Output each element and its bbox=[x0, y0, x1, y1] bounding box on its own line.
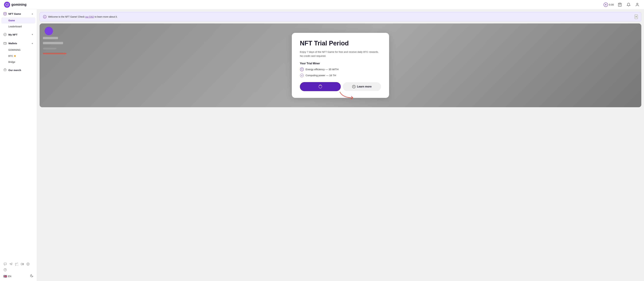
banner-close-button[interactable]: ✕ bbox=[634, 14, 638, 19]
nft-game-label: NFT Game bbox=[8, 12, 21, 15]
theme-toggle[interactable] bbox=[30, 274, 33, 278]
svg-point-21 bbox=[354, 87, 354, 87]
svg-point-10 bbox=[21, 263, 22, 265]
energy-stat: Energy efficiency — 35 W/TH bbox=[300, 67, 381, 71]
social-icons-row bbox=[3, 262, 33, 272]
wallets-icon bbox=[3, 41, 7, 45]
arrow-container bbox=[338, 90, 358, 101]
miner-section-title: Your Trial Miner bbox=[300, 62, 381, 65]
app-header: gomining 0.00 bbox=[0, 0, 644, 9]
medium-icon[interactable] bbox=[20, 262, 24, 266]
btc-wallet-label: BTC bbox=[8, 55, 13, 57]
bg-circle-decoration bbox=[44, 27, 53, 35]
sidebar-item-btc[interactable]: BTC bbox=[0, 53, 37, 59]
bell-icon bbox=[626, 3, 630, 7]
sidebar-item-wallets[interactable]: Wallets ▲ bbox=[0, 39, 37, 47]
sidebar-section-nft-game: NFT Game ▲ Game Leaderboard bbox=[0, 9, 37, 30]
chat-icon[interactable] bbox=[3, 262, 7, 266]
my-nft-chevron: ▼ bbox=[31, 33, 33, 36]
sidebar-section-merch: Our merch bbox=[0, 66, 37, 74]
bg-card-1 bbox=[43, 37, 58, 39]
my-nft-icon bbox=[3, 33, 7, 36]
telegram-icon[interactable] bbox=[9, 262, 13, 266]
gomining-wallet-label: GOMINING bbox=[8, 49, 20, 51]
loading-spinner bbox=[318, 85, 322, 88]
svg-point-15 bbox=[5, 271, 5, 271]
sidebar-item-nft-game[interactable]: NFT Game ▲ bbox=[0, 10, 37, 17]
wallets-label: Wallets bbox=[8, 42, 17, 45]
banner-text-after: to learn more about it. bbox=[94, 15, 118, 18]
notification-button[interactable] bbox=[626, 2, 631, 7]
game-label: Game bbox=[8, 19, 15, 22]
lang-theme-row: 🇬🇧 EN bbox=[3, 274, 33, 278]
bg-card-2 bbox=[43, 42, 63, 44]
modal-description: Enjoy 7 days of the NFT Game for free an… bbox=[300, 50, 381, 58]
profile-button[interactable] bbox=[634, 2, 640, 7]
bridge-label: Bridge bbox=[8, 61, 15, 63]
svg-point-0 bbox=[4, 2, 10, 8]
nft-game-icon bbox=[3, 12, 7, 15]
merch-icon bbox=[3, 68, 7, 72]
svg-point-3 bbox=[636, 3, 638, 4]
sidebar-section-wallets: Wallets ▲ GOMINING BTC Bridge bbox=[0, 39, 37, 66]
trial-modal-card: NFT Trial Period Enjoy 7 days of the NFT… bbox=[292, 33, 389, 98]
flag-icon: 🇬🇧 bbox=[3, 275, 7, 278]
twitter-icon[interactable] bbox=[15, 262, 18, 266]
language-selector[interactable]: 🇬🇧 EN bbox=[3, 275, 11, 278]
start-trial-button[interactable] bbox=[300, 82, 341, 91]
header-right: 0.00 bbox=[604, 2, 640, 7]
red-arrow bbox=[338, 90, 358, 100]
svg-rect-4 bbox=[4, 12, 6, 15]
help-icon[interactable] bbox=[3, 268, 7, 272]
balance-icon bbox=[604, 2, 608, 7]
gomining-social-icon[interactable] bbox=[26, 262, 30, 266]
bag-icon bbox=[618, 3, 622, 7]
info-icon bbox=[43, 15, 46, 18]
bg-progress-bar bbox=[43, 53, 66, 54]
nft-game-chevron: ▲ bbox=[31, 12, 33, 15]
sidebar-item-leaderboard[interactable]: Leaderboard bbox=[0, 23, 37, 29]
learn-more-button[interactable]: Learn more bbox=[343, 82, 381, 91]
energy-stat-label: Energy efficiency — 35 W/TH bbox=[306, 68, 338, 71]
btc-dot-indicator bbox=[14, 55, 16, 57]
svg-point-6 bbox=[5, 13, 6, 14]
svg-point-5 bbox=[4, 13, 5, 14]
logo-text: gomining bbox=[12, 3, 26, 6]
moon-icon bbox=[30, 274, 33, 278]
sidebar-item-my-nft[interactable]: My NFT ▼ bbox=[0, 31, 37, 38]
wallets-chevron: ▲ bbox=[31, 42, 33, 44]
sidebar-item-merch[interactable]: Our merch bbox=[0, 66, 37, 74]
language-label: EN bbox=[8, 275, 11, 278]
bag-button[interactable] bbox=[617, 2, 622, 7]
svg-point-9 bbox=[6, 43, 6, 44]
logo-icon bbox=[4, 2, 10, 8]
game-area: NFT Trial Period Enjoy 7 days of the NFT… bbox=[40, 23, 641, 107]
learn-more-label: Learn more bbox=[357, 85, 372, 88]
svg-point-17 bbox=[44, 16, 45, 16]
question-circle-icon bbox=[352, 85, 356, 88]
computing-icon bbox=[300, 73, 304, 77]
sidebar-item-bridge[interactable]: Bridge bbox=[0, 59, 37, 65]
balance-amount: 0.00 bbox=[609, 3, 614, 6]
energy-icon bbox=[300, 67, 304, 71]
banner-text: Welcome to the NFT Game! Check our FAQ t… bbox=[48, 15, 118, 18]
svg-point-12 bbox=[24, 264, 24, 265]
sidebar-bottom: 🇬🇧 EN bbox=[0, 260, 37, 281]
sidebar-section-my-nft: My NFT ▼ bbox=[0, 30, 37, 39]
computing-stat: Computing power — 16 TH bbox=[300, 73, 381, 77]
balance-display: 0.00 bbox=[604, 2, 614, 7]
banner-text-before: Welcome to the NFT Game! Check bbox=[48, 15, 85, 18]
svg-point-11 bbox=[23, 263, 24, 265]
sidebar: NFT Game ▲ Game Leaderboard My NFT bbox=[0, 9, 37, 281]
sidebar-item-gomining[interactable]: GOMINING bbox=[0, 47, 37, 53]
svg-rect-8 bbox=[4, 42, 6, 44]
merch-label: Our merch bbox=[8, 69, 21, 71]
faq-link[interactable]: our FAQ bbox=[85, 15, 94, 18]
sidebar-item-game[interactable]: Game bbox=[1, 17, 36, 23]
modal-title: NFT Trial Period bbox=[300, 39, 381, 47]
user-icon bbox=[635, 3, 639, 7]
computing-stat-label: Computing power — 16 TH bbox=[306, 74, 336, 77]
my-nft-label: My NFT bbox=[8, 33, 18, 36]
logo[interactable]: gomining bbox=[4, 2, 26, 8]
info-banner: Welcome to the NFT Game! Check our FAQ t… bbox=[40, 12, 641, 21]
